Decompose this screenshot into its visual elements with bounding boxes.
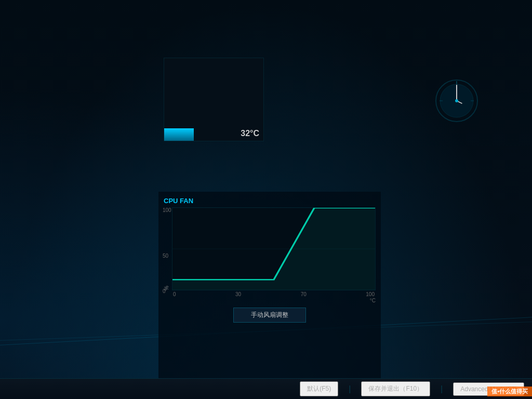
dial-svg	[433, 77, 480, 124]
separator-1: |	[349, 384, 351, 394]
y-max-label: 100	[163, 207, 171, 213]
chart-area	[172, 207, 376, 290]
x-label-0: 0	[173, 291, 176, 297]
manual-fan-button[interactable]: 手动风扇调整	[233, 308, 306, 323]
save-exit-button[interactable]: 保存并退出（F10）	[361, 381, 430, 396]
svg-point-8	[455, 99, 458, 102]
chart-container: 100 50 0	[172, 207, 376, 303]
x-axis-unit: °C	[172, 298, 376, 303]
temp-bar	[164, 128, 194, 141]
x-label-1: 30	[235, 291, 241, 297]
default-button[interactable]: 默认(F5)	[300, 381, 338, 396]
x-label-3: 100	[366, 291, 375, 297]
cpu-temp-value: 32°C	[241, 129, 259, 138]
y-min-label: 0	[163, 288, 166, 294]
watermark: 值•什么值得买	[487, 387, 532, 396]
fan-chart-panel: CPU FAN % 100 50 0	[158, 192, 381, 378]
x-axis-labels: 0 30 70 100	[172, 291, 376, 297]
y-mid-label: 50	[163, 252, 168, 258]
x-label-2: 70	[301, 291, 307, 297]
bottom-bar: 默认(F5) | 保存并退出（F10） | Advanced Mode(F7) …	[0, 378, 532, 399]
temp-bar-container: 32°C	[164, 58, 264, 141]
chart-y-label: %	[164, 207, 169, 290]
separator-2: |	[441, 384, 443, 394]
fan-chart-svg	[172, 208, 375, 290]
fan-chart-title: CPU FAN	[164, 197, 376, 205]
dial-container	[433, 77, 480, 124]
